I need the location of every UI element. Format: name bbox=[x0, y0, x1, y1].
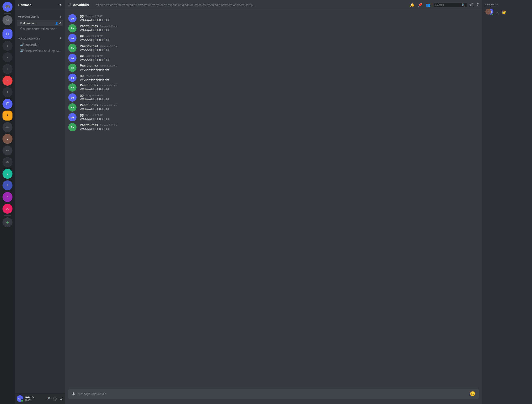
message-header: gg Today at 9:21 AM bbox=[80, 34, 479, 38]
pin-icon[interactable]: 📌 bbox=[418, 3, 422, 7]
server-item-s2[interactable]: S bbox=[2, 169, 13, 179]
message-header: gg Today at 9:21 AM bbox=[80, 93, 479, 97]
channel-name-foosroduh: foosroduh bbox=[25, 43, 62, 46]
message-text: WAAAAHHHHHHHH bbox=[80, 127, 479, 131]
member-item-gg[interactable]: P gg gg 👑 bbox=[484, 7, 530, 17]
server-dark1-label: D bbox=[7, 68, 8, 70]
message-content: Paarthurnax Today at 9:21 AM WAAAAHHHHHH… bbox=[80, 44, 479, 52]
add-member-icon[interactable]: 👤 bbox=[55, 22, 58, 25]
message-group: gg gg Today at 9:21 AM WAAAAHHHHHHHH 🔄 ⋮ bbox=[65, 13, 482, 23]
message-text: WAAAAHHHHHHHH bbox=[80, 18, 479, 22]
member-name-gg: gg bbox=[496, 10, 499, 14]
avatar-circle: Pa bbox=[68, 44, 77, 52]
server-item-home[interactable]: 🎮 bbox=[2, 2, 13, 12]
message-time: Today at 9:21 AM bbox=[85, 55, 103, 57]
search-input[interactable] bbox=[435, 3, 460, 6]
hash-icon-2: # bbox=[20, 27, 22, 31]
server-b2-label: B bbox=[7, 184, 8, 187]
message-header: Paarthurnax Today at 9:21 AM bbox=[80, 44, 479, 47]
members-sidebar: ONLINE—1 P gg gg 👑 bbox=[482, 0, 532, 404]
bell-icon[interactable]: 🔔 bbox=[410, 3, 415, 7]
message-author: Paarthurnax bbox=[80, 44, 98, 47]
server-pb-label: PB bbox=[6, 149, 9, 152]
message-avatar: Pa bbox=[68, 44, 77, 52]
server-item-s[interactable]: S bbox=[2, 41, 13, 51]
server-item-n[interactable]: N bbox=[2, 52, 13, 62]
server-dc-label: DC bbox=[6, 207, 9, 210]
header-icons: 🔔 📌 👥 🔍 @ ? bbox=[410, 3, 479, 7]
message-time: Today at 9:21 AM bbox=[85, 94, 103, 97]
server-n-label: N bbox=[7, 56, 8, 59]
server-s2-label: S bbox=[7, 172, 8, 175]
user-settings-icon[interactable]: ⚙ bbox=[59, 396, 63, 401]
help-icon[interactable]: ? bbox=[477, 3, 479, 7]
server-item-ag[interactable]: AG bbox=[2, 122, 13, 132]
headset-icon[interactable]: 🎧 bbox=[52, 396, 58, 401]
voice-channels-category[interactable]: VOICE CHANNELS + bbox=[15, 33, 65, 42]
add-attachment-icon[interactable]: ⊕ bbox=[71, 389, 75, 399]
chat-input-container: ⊕ 😊 bbox=[68, 389, 479, 399]
server-item-b[interactable]: B bbox=[2, 111, 13, 120]
avatar-circle: gg bbox=[68, 74, 77, 82]
add-text-channel-icon[interactable]: + bbox=[59, 15, 62, 19]
server-ag-label: AG bbox=[6, 126, 9, 128]
server-item-a[interactable]: A bbox=[2, 87, 13, 97]
server-item-f[interactable]: F bbox=[2, 99, 13, 109]
server-chevron-icon: ▼ bbox=[59, 4, 62, 6]
inbox-icon[interactable]: @ bbox=[470, 3, 473, 7]
server-item-b2[interactable]: B bbox=[2, 180, 13, 190]
server-item-r[interactable]: R bbox=[2, 76, 13, 86]
message-author: Paarthurnax bbox=[80, 63, 98, 67]
mic-icon[interactable]: 🎤 bbox=[45, 396, 51, 401]
members-icon[interactable]: 👥 bbox=[426, 3, 430, 7]
message-content: Paarthurnax Today at 9:21 AM WAAAAHHHHHH… bbox=[80, 63, 479, 72]
message-group: gg gg Today at 9:21 AM WAAAAHHHHHHHH 🔄 ⋮ bbox=[65, 33, 482, 43]
server-item-ci[interactable]: Ci bbox=[2, 157, 13, 167]
message-time: Today at 9:21 AM bbox=[85, 15, 103, 18]
server-item-s3[interactable]: S bbox=[2, 192, 13, 202]
server-item-dc[interactable]: DC bbox=[2, 204, 13, 214]
server-item-1[interactable]: 32 bbox=[2, 15, 13, 25]
message-author: Paarthurnax bbox=[80, 24, 98, 28]
message-header: Paarthurnax Today at 9:21 AM bbox=[80, 63, 479, 67]
avatar-circle: Pa bbox=[68, 103, 77, 112]
channel-item-dovahkiin[interactable]: # dovahkiin 👤 ⚙ bbox=[17, 20, 63, 26]
message-group: Pa Paarthurnax Today at 9:21 AM WAAAAHHH… bbox=[65, 102, 482, 113]
hammer-server-label: H bbox=[6, 32, 9, 36]
server-item-pb[interactable]: PB bbox=[2, 145, 13, 155]
add-voice-channel-icon[interactable]: + bbox=[59, 36, 62, 41]
user-name: GrizzO bbox=[25, 396, 44, 399]
messages-area: gg gg Today at 9:21 AM WAAAAHHHHHHHH 🔄 ⋮… bbox=[65, 10, 482, 389]
message-text: WAAAAHHHHHHHH bbox=[80, 68, 479, 72]
avatar-circle: gg bbox=[68, 14, 77, 22]
channel-name-league: league-of-extraordinary-p... bbox=[25, 49, 62, 52]
chat-input[interactable] bbox=[78, 390, 467, 398]
message-text: WAAAAHHHHHHHH bbox=[80, 28, 479, 32]
message-header: Paarthurnax Today at 9:21 AM bbox=[80, 24, 479, 28]
hash-icon: # bbox=[20, 21, 22, 25]
message-avatar: Pa bbox=[68, 63, 77, 72]
server-f-label: F bbox=[6, 102, 9, 106]
message-content: Paarthurnax Today at 9:21 AM WAAAAHHHHHH… bbox=[80, 123, 479, 131]
user-tag: #0001 bbox=[25, 399, 44, 402]
message-time: Today at 9:21 AM bbox=[100, 25, 117, 27]
server-label: 32 bbox=[6, 19, 9, 22]
avatar-circle: gg bbox=[68, 34, 77, 42]
server-item-add[interactable]: + bbox=[2, 217, 13, 227]
server-header[interactable]: Hammer ▼ bbox=[15, 0, 65, 10]
server-item-d2[interactable]: D bbox=[2, 134, 13, 144]
message-group: gg gg Today at 9:21 AM WAAAAHHHHHHHH 🔄 ⋮ bbox=[65, 93, 482, 102]
message-content: gg Today at 9:21 AM WAAAAHHHHHHHH bbox=[80, 113, 479, 121]
channel-item-league[interactable]: 🔊 league-of-extraordinary-p... bbox=[17, 48, 63, 53]
emoji-picker-icon[interactable]: 😊 bbox=[470, 391, 475, 397]
text-channels-category[interactable]: TEXT CHANNELS + bbox=[15, 12, 65, 20]
search-bar[interactable]: 🔍 bbox=[434, 3, 467, 7]
server-item-dark1[interactable]: D bbox=[2, 64, 13, 74]
channel-item-foosroduh[interactable]: 🔊 foosroduh bbox=[17, 42, 63, 47]
message-time: Today at 9:21 AM bbox=[85, 35, 103, 37]
settings-icon[interactable]: ⚙ bbox=[59, 22, 62, 25]
avatar-circle: Pa bbox=[68, 123, 77, 131]
text-channels-label: TEXT CHANNELS bbox=[18, 16, 39, 19]
server-item-hammer[interactable]: H bbox=[2, 29, 13, 39]
channel-item-pizza[interactable]: # super-secret-pizza-clan bbox=[17, 26, 63, 31]
